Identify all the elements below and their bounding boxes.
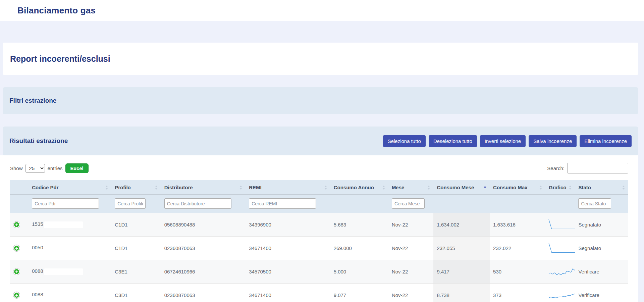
column-header-mese[interactable]: Mese (388, 180, 434, 195)
column-header-consumo-annuo[interactable]: Consumo Annuo (330, 180, 388, 195)
table-filter-row (10, 195, 628, 213)
excel-export-button[interactable]: Excel (65, 163, 89, 173)
filter-mese-input[interactable] (392, 198, 425, 209)
column-header-remi[interactable]: REMI (246, 180, 330, 195)
remi-cell: 34671400 (246, 284, 330, 302)
sort-icon (155, 186, 158, 190)
deselect-all-button[interactable]: Deseleziona tutto (429, 135, 477, 147)
sort-icon (105, 186, 108, 190)
column-header-consumo-max[interactable]: Consumo Max (490, 180, 545, 195)
column-header-grafico[interactable]: Grafico (545, 180, 575, 195)
consumo-annuo-cell: 5.000 (330, 260, 388, 284)
app-title: Bilanciamento gas (17, 5, 96, 16)
distributore-cell: 02360870063 (161, 284, 246, 302)
codice-pdr-cell: 0088: (29, 284, 111, 302)
results-panel-title: Risultati estrazione (9, 137, 68, 145)
mese-cell: Nov-22 (388, 260, 434, 284)
table-row: 0050 C1D1 02360870063 34671400 269.000 N… (10, 237, 628, 260)
remi-cell: 34671400 (246, 237, 330, 260)
datatable-controls: Show 25 entries Excel Search: (10, 163, 628, 173)
redaction-box (44, 245, 83, 252)
sort-icon (239, 186, 242, 190)
column-header-codice-pdr[interactable]: Codice Pdr (29, 180, 111, 195)
filter-stato-input[interactable] (578, 198, 611, 209)
sort-desc-icon (484, 187, 486, 188)
consumo-max-cell: 373 (490, 284, 545, 302)
page-title-card: Report incoerenti/esclusi (3, 43, 638, 75)
grafico-cell (545, 260, 575, 284)
column-header-profilo[interactable]: Profilo (111, 180, 161, 195)
redaction-box (46, 292, 84, 299)
redaction-box (44, 268, 83, 275)
column-header-stato[interactable]: Stato (575, 180, 628, 195)
stato-cell: Verificare (575, 284, 628, 302)
sort-icon (324, 186, 327, 190)
delete-incoherences-button[interactable]: Elimina incoerenze (580, 135, 632, 147)
column-header-consumo-mese[interactable]: Consumo Mese (433, 180, 490, 195)
distributore-cell: 06724610966 (161, 260, 246, 284)
filters-panel-title: Filtri estrazione (9, 97, 56, 104)
expand-row-icon[interactable] (13, 268, 20, 275)
table-header-row: Codice Pdr Profilo Distributore REMI Con… (10, 180, 628, 195)
consumption-sparkline (549, 289, 575, 301)
results-table-section: Show 25 entries Excel Search: Codice Pdr… (0, 155, 638, 302)
stato-cell: Segnalato (575, 213, 628, 237)
codice-pdr-cell: 0088 (29, 260, 111, 284)
filter-distributore-input[interactable] (164, 198, 231, 209)
profilo-cell: C1D1 (111, 213, 161, 237)
consumo-mese-cell: 232.055 (433, 237, 490, 260)
profilo-cell: C3E1 (111, 260, 161, 284)
consumo-mese-cell: 9.417 (433, 260, 490, 284)
grafico-cell (545, 284, 575, 302)
length-menu-suffix: entries (48, 165, 63, 171)
consumo-annuo-cell: 5.683 (330, 213, 388, 237)
stato-cell: Verificare (575, 260, 628, 284)
length-menu-prefix: Show (10, 165, 23, 171)
invert-selection-button[interactable]: Inverti selezione (480, 135, 526, 147)
sort-icon (382, 186, 385, 190)
save-incoherences-button[interactable]: Salva incoerenze (529, 135, 577, 147)
mese-cell: Nov-22 (388, 284, 434, 302)
page-length-select[interactable]: 25 (25, 164, 45, 173)
filter-profilo-input[interactable] (115, 198, 146, 209)
profilo-cell: C3D1 (111, 284, 161, 302)
select-all-button[interactable]: Seleziona tutto (383, 135, 426, 147)
mese-cell: Nov-22 (388, 237, 434, 260)
consumo-annuo-cell: 269.000 (330, 237, 388, 260)
expand-row-icon[interactable] (13, 292, 20, 298)
codice-pdr-cell: 0050 (29, 237, 111, 260)
sort-icon (569, 186, 572, 190)
expand-row-icon[interactable] (13, 221, 20, 228)
remi-cell: 34570500 (246, 260, 330, 284)
filter-remi-input[interactable] (249, 198, 316, 209)
search-label: Search: (547, 165, 565, 171)
consumo-max-cell: 1.633.616 (490, 213, 545, 237)
expand-row-icon[interactable] (13, 245, 20, 251)
sort-icon (427, 186, 430, 190)
table-row: 1535 C1D1 05608890488 34396900 5.683 Nov… (10, 213, 628, 237)
distributore-cell: 05608890488 (161, 213, 246, 237)
consumption-sparkline (549, 242, 575, 254)
table-row: 0088 C3E1 06724610966 34570500 5.000 Nov… (10, 260, 628, 284)
grafico-cell (545, 213, 575, 237)
table-row: 0088: C3D1 02360870063 34671400 9.077 No… (10, 284, 628, 302)
filter-codice-pdr-input[interactable] (32, 198, 99, 209)
consumo-mese-cell: 1.634.002 (433, 213, 490, 237)
sort-icon (539, 186, 542, 190)
search-input[interactable] (567, 163, 628, 173)
remi-cell: 34396900 (246, 213, 330, 237)
page-title: Report incoerenti/esclusi (10, 54, 110, 64)
column-header-distributore[interactable]: Distributore (161, 180, 246, 195)
consumption-sparkline (549, 218, 575, 230)
consumo-max-cell: 530 (490, 260, 545, 284)
distributore-cell: 02360870063 (161, 237, 246, 260)
stato-cell: Segnalato (575, 237, 628, 260)
results-panel: Risultati estrazione Seleziona tutto Des… (3, 127, 638, 155)
filters-panel[interactable]: Filtri estrazione (3, 87, 638, 114)
redaction-box (44, 221, 83, 228)
bulk-actions: Seleziona tutto Deseleziona tutto Invert… (383, 135, 632, 147)
codice-pdr-cell: 1535 (29, 213, 111, 237)
grafico-cell (545, 237, 575, 260)
consumo-annuo-cell: 9.077 (330, 284, 388, 302)
sort-icon (622, 186, 625, 190)
